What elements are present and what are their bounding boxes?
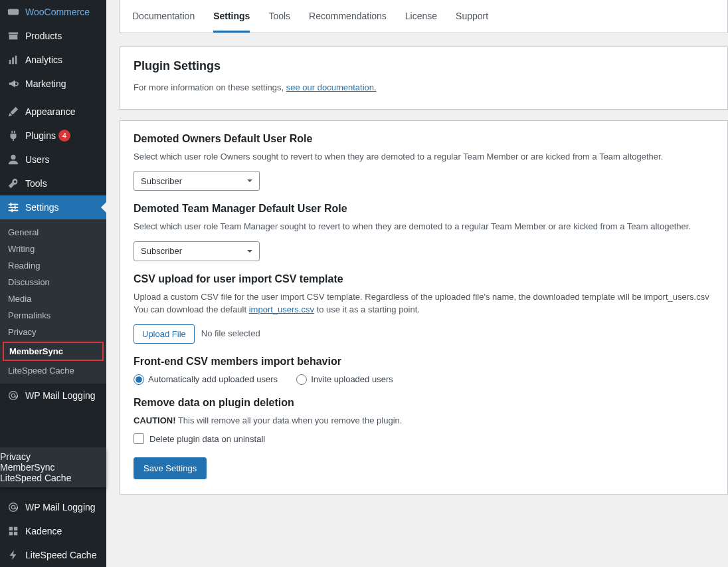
svg-rect-12 bbox=[15, 205, 16, 209]
upload-file-button[interactable]: Upload File bbox=[134, 324, 195, 344]
sidebar-item-analytics[interactable]: Analytics bbox=[0, 48, 106, 72]
intro-text: For more information on these settings, bbox=[134, 82, 286, 92]
sidebar-item-litespeed-cache[interactable]: LiteSpeed Cache bbox=[0, 543, 106, 567]
sidebar-submenu: GeneralWritingReadingDiscussionMediaPerm… bbox=[0, 219, 106, 384]
sidebar-flyout: PrivacyMemberSyncLiteSpeed Cache bbox=[0, 447, 106, 487]
svg-rect-11 bbox=[11, 203, 12, 206]
brush-icon bbox=[7, 105, 20, 118]
csv-upload-desc1: Upload a custom CSV file for the user im… bbox=[134, 290, 714, 304]
kadence-icon bbox=[7, 524, 20, 538]
radio-auto-add-input[interactable] bbox=[134, 374, 144, 385]
tabs-panel: DocumentationSettingsToolsRecommendation… bbox=[120, 0, 728, 33]
remove-data-heading: Remove data on plugin deletion bbox=[134, 397, 714, 409]
svg-rect-5 bbox=[15, 56, 17, 64]
tab-documentation[interactable]: Documentation bbox=[132, 0, 195, 33]
svg-rect-9 bbox=[9, 207, 18, 208]
sidebar-item-products[interactable]: Products bbox=[0, 24, 106, 48]
wrench-icon bbox=[7, 177, 20, 190]
radio-invite-input[interactable] bbox=[296, 374, 307, 385]
sidebar-sub-reading[interactable]: Reading bbox=[0, 257, 106, 274]
demoted-manager-desc: Select which user role Team Manager soug… bbox=[134, 220, 714, 233]
sidebar-item-appearance[interactable]: Appearance bbox=[0, 100, 106, 124]
delete-data-checkbox-row[interactable]: Delete plugin data on uninstall bbox=[134, 433, 714, 444]
sidebar-item-marketing[interactable]: Marketing bbox=[0, 72, 106, 96]
sidebar-sub-privacy[interactable]: Privacy bbox=[0, 451, 106, 462]
admin-sidebar: WooCommerceProductsAnalyticsMarketingApp… bbox=[0, 0, 106, 567]
settings-form: Demoted Owners Default User Role Select … bbox=[120, 120, 728, 495]
tab-tools[interactable]: Tools bbox=[268, 0, 290, 33]
sidebar-item-users[interactable]: Users bbox=[0, 148, 106, 171]
svg-rect-3 bbox=[9, 60, 11, 64]
sidebar-item-kadence[interactable]: Kadence bbox=[0, 519, 106, 543]
tab-recommendations[interactable]: Recommendations bbox=[309, 0, 387, 33]
svg-point-15 bbox=[11, 394, 15, 397]
caution-label: CAUTION! bbox=[134, 415, 176, 425]
svg-rect-2 bbox=[9, 35, 18, 39]
sidebar-sub-media[interactable]: Media bbox=[0, 290, 106, 307]
delete-data-checkbox[interactable] bbox=[134, 433, 144, 444]
sidebar-sub-general[interactable]: General bbox=[0, 224, 106, 241]
chart-icon bbox=[7, 53, 20, 66]
svg-rect-10 bbox=[9, 210, 18, 211]
svg-point-14 bbox=[9, 392, 18, 400]
frontend-csv-heading: Front-end CSV members import behavior bbox=[134, 356, 714, 368]
svg-rect-13 bbox=[11, 209, 13, 212]
demoted-owners-heading: Demoted Owners Default User Role bbox=[134, 133, 714, 145]
sidebar-item-tools[interactable]: Tools bbox=[0, 171, 106, 195]
tab-support[interactable]: Support bbox=[456, 0, 488, 33]
main-content: DocumentationSettingsToolsRecommendation… bbox=[106, 0, 728, 567]
documentation-link[interactable]: see our documentation. bbox=[286, 82, 377, 92]
demoted-owners-desc: Select which user role Owners sought to … bbox=[134, 150, 714, 164]
svg-rect-18 bbox=[9, 527, 13, 530]
sidebar-sub-discussion[interactable]: Discussion bbox=[0, 274, 106, 290]
svg-rect-4 bbox=[12, 57, 14, 64]
svg-point-7 bbox=[11, 155, 15, 160]
demoted-owners-select[interactable]: Subscriber bbox=[134, 171, 260, 191]
intro-box: Plugin Settings For more information on … bbox=[120, 47, 728, 110]
at-icon bbox=[7, 389, 20, 402]
sidebar-item-settings[interactable]: Settings bbox=[0, 195, 106, 219]
sidebar-sub-membersync[interactable]: MemberSync bbox=[0, 462, 106, 473]
sidebar-sub-writing[interactable]: Writing bbox=[0, 241, 106, 257]
sidebar-sub-membersync[interactable]: MemberSync bbox=[3, 342, 104, 361]
svg-rect-0 bbox=[8, 9, 19, 15]
svg-rect-8 bbox=[9, 204, 18, 205]
import-users-csv-link[interactable]: import_users.csv bbox=[249, 304, 314, 314]
svg-rect-1 bbox=[9, 33, 18, 35]
at-icon bbox=[7, 501, 20, 514]
svg-rect-21 bbox=[14, 532, 17, 535]
svg-point-17 bbox=[11, 505, 15, 509]
sliders-icon bbox=[7, 201, 20, 214]
sidebar-item-wp-mail-logging[interactable]: WP Mail Logging bbox=[0, 495, 106, 519]
sidebar-sub-litespeed-cache[interactable]: LiteSpeed Cache bbox=[0, 473, 106, 483]
sidebar-item-wp-mail-logging[interactable]: WP Mail Logging bbox=[0, 384, 106, 407]
tab-settings[interactable]: Settings bbox=[213, 0, 250, 33]
archive-icon bbox=[7, 29, 20, 43]
sidebar-sub-privacy[interactable]: Privacy bbox=[0, 324, 106, 340]
demoted-manager-select[interactable]: Subscriber bbox=[134, 241, 260, 261]
tabs-row: DocumentationSettingsToolsRecommendation… bbox=[120, 0, 727, 33]
user-icon bbox=[7, 153, 20, 166]
plug-icon bbox=[7, 129, 20, 142]
plugin-settings-heading: Plugin Settings bbox=[134, 59, 714, 73]
sidebar-sub-litespeed-cache[interactable]: LiteSpeed Cache bbox=[0, 362, 106, 379]
tab-license[interactable]: License bbox=[405, 0, 437, 33]
badge: 4 bbox=[58, 130, 70, 142]
csv-upload-heading: CSV upload for user import CSV template bbox=[134, 273, 714, 285]
radio-invite[interactable]: Invite uploaded users bbox=[296, 374, 393, 385]
bolt-icon bbox=[7, 548, 20, 562]
svg-rect-19 bbox=[14, 527, 17, 530]
sidebar-item-plugins[interactable]: Plugins4 bbox=[0, 124, 106, 148]
svg-point-16 bbox=[9, 503, 18, 512]
upload-status: No file selected bbox=[201, 327, 260, 340]
woo-icon bbox=[7, 5, 20, 19]
sidebar-sub-permalinks[interactable]: Permalinks bbox=[0, 307, 106, 324]
radio-auto-add[interactable]: Automatically add uploaded users bbox=[134, 374, 278, 385]
svg-rect-20 bbox=[9, 532, 13, 535]
demoted-manager-heading: Demoted Team Manager Default User Role bbox=[134, 203, 714, 215]
save-settings-button[interactable]: Save Settings bbox=[134, 457, 207, 479]
sidebar-item-woocommerce[interactable]: WooCommerce bbox=[0, 0, 106, 24]
megaphone-icon bbox=[7, 77, 20, 90]
